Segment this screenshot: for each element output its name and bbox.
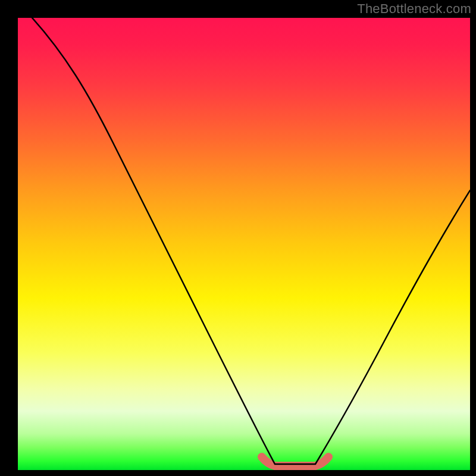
bottleneck-curve: [27, 18, 470, 464]
curve-layer: [18, 18, 470, 470]
watermark-text: TheBottleneck.com: [357, 1, 471, 17]
chart-frame: TheBottleneck.com: [0, 0, 476, 476]
plot-area: [18, 18, 470, 470]
